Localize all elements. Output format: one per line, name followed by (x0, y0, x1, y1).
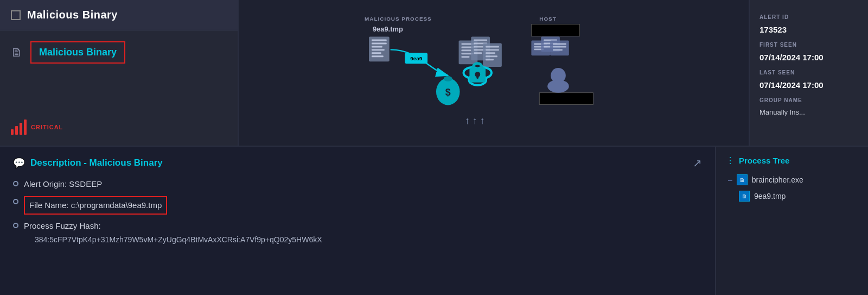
file-name-item: File Name: c:\programdata\9ea9.tmp (13, 196, 702, 215)
svg-rect-23 (474, 52, 482, 54)
svg-rect-45 (541, 37, 560, 52)
svg-rect-17 (462, 56, 470, 58)
process-tree-panel: ⋮ Process Tree – 🗎 braincipher.exe 🗎 9ea… (716, 147, 868, 295)
description-title-row: 💬 Description - Malicious Binary (13, 157, 163, 169)
top-section: Malicious Binary 🗎 Malicious Binary CRIT… (0, 0, 868, 147)
tree-item-9ea9[interactable]: 🗎 9ea9.tmp (739, 191, 858, 202)
svg-rect-22 (474, 49, 486, 51)
svg-rect-27 (486, 52, 495, 54)
fuzzy-hash-item: Process Fuzzy Hash: 384:5cFP7VtpK4p+31Mz… (13, 220, 702, 246)
svg-rect-52 (553, 49, 563, 51)
svg-point-56 (547, 80, 569, 93)
group-name-value: Manually Ins... (760, 108, 858, 116)
svg-rect-13 (462, 43, 475, 45)
svg-point-32 (469, 74, 486, 85)
first-seen-label: FIRST SEEN (760, 42, 858, 48)
tree-icon: ⋮ (726, 155, 735, 166)
center-visualization-panel: MALICIOUS PROCESS 9ea9.tmp 9ea9 (239, 0, 749, 146)
bullet-1 (13, 181, 18, 186)
svg-text:$: $ (445, 87, 451, 98)
svg-rect-28 (486, 55, 497, 57)
left-panel-body: 🗎 Malicious Binary CRITICAL (0, 30, 238, 146)
svg-rect-25 (486, 46, 499, 47)
svg-rect-14 (462, 46, 475, 48)
chat-icon: 💬 (13, 157, 25, 169)
critical-bars-icon (11, 120, 27, 135)
9ea9-label: 9ea9.tmp (754, 192, 786, 200)
last-seen-value: 07/14/2024 17:00 (760, 80, 858, 90)
fuzzy-hash-container: Process Fuzzy Hash: 384:5cFP7VtpK4p+31Mz… (24, 220, 322, 246)
alert-origin-item: Alert Origin: SSDEEP (13, 178, 702, 191)
bar-2 (15, 126, 18, 135)
document-icon: 🗎 (11, 46, 23, 60)
alert-item-label[interactable]: Malicious Binary (30, 41, 125, 64)
svg-rect-29 (486, 59, 494, 60)
svg-text:9ea9.tmp: 9ea9.tmp (373, 25, 403, 33)
tree-dash: – (728, 175, 732, 184)
bullet-3 (13, 223, 18, 228)
svg-point-55 (551, 68, 566, 83)
expand-icon[interactable]: ↗ (693, 156, 702, 170)
tree-item-braincipher[interactable]: – 🗎 braincipher.exe (726, 174, 858, 185)
bar-1 (11, 129, 14, 135)
svg-rect-51 (553, 46, 566, 47)
svg-rect-12 (459, 41, 478, 65)
first-seen-value: 07/14/2024 17:00 (760, 53, 858, 62)
braincipher-label: braincipher.exe (752, 175, 803, 184)
right-meta-panel: ALERT ID 173523 FIRST SEEN 07/14/2024 17… (749, 0, 868, 146)
svg-rect-54 (539, 93, 593, 105)
svg-point-38 (444, 76, 452, 81)
visualization-svg: MALICIOUS PROCESS 9ea9.tmp 9ea9 (353, 11, 635, 135)
bar-4 (24, 120, 27, 135)
svg-rect-47 (544, 42, 557, 44)
description-header: 💬 Description - Malicious Binary ↗ (13, 156, 702, 170)
svg-rect-19 (474, 40, 487, 41)
left-panel-header: Malicious Binary (0, 0, 238, 30)
svg-rect-20 (474, 42, 487, 44)
svg-rect-7 (372, 52, 381, 54)
svg-text:USER: USER (550, 84, 567, 90)
svg-point-30 (463, 67, 481, 78)
svg-rect-6 (372, 49, 385, 51)
svg-rect-26 (486, 49, 499, 51)
svg-rect-46 (544, 40, 557, 41)
alert-id-value: 173523 (760, 25, 858, 34)
description-body: Alert Origin: SSDEEP File Name: c:\progr… (13, 178, 702, 246)
svg-rect-49 (550, 41, 569, 56)
svg-rect-8 (372, 55, 384, 57)
svg-rect-9 (405, 53, 427, 64)
svg-rect-35 (476, 74, 478, 79)
alert-checkbox[interactable] (11, 10, 21, 20)
process-tree-header: ⋮ Process Tree (726, 155, 858, 166)
svg-rect-48 (544, 46, 553, 47)
group-name-label: GROUP NAME (760, 97, 858, 103)
file-name-text: File Name: c:\programdata\9ea9.tmp (24, 196, 167, 215)
last-seen-label: LAST SEEN (760, 70, 858, 76)
9ea9-file-icon: 🗎 (739, 191, 750, 202)
left-panel-title: Malicious Binary (27, 9, 118, 21)
svg-rect-15 (462, 49, 471, 51)
svg-rect-50 (553, 43, 566, 45)
visualization-area: MALICIOUS PROCESS 9ea9.tmp 9ea9 (353, 11, 635, 135)
svg-rect-3 (372, 40, 387, 41)
svg-rect-4 (372, 42, 387, 44)
alert-id-label: ALERT ID (760, 14, 858, 20)
left-panel: Malicious Binary 🗎 Malicious Binary CRIT… (0, 0, 239, 146)
critical-label: CRITICAL (31, 124, 63, 130)
bar-3 (20, 123, 22, 135)
description-panel: 💬 Description - Malicious Binary ↗ Alert… (0, 147, 716, 295)
fuzzy-hash-label: Process Fuzzy Hash: (24, 221, 101, 230)
svg-rect-2 (369, 37, 390, 62)
svg-rect-21 (474, 46, 483, 47)
critical-row: CRITICAL (11, 114, 227, 135)
svg-rect-33 (469, 67, 486, 83)
svg-rect-24 (483, 43, 502, 67)
bullet-2 (13, 199, 18, 204)
svg-point-36 (436, 78, 460, 105)
description-title: Description - Malicious Binary (30, 158, 163, 168)
svg-point-34 (475, 72, 480, 77)
svg-text:9ea9: 9ea9 (410, 55, 423, 61)
svg-text:MALICIOUS PROCESS: MALICIOUS PROCESS (365, 16, 432, 22)
fuzzy-hash-value: 384:5cFP7VtpK4p+31Mzh79W5vM+ZyUgGq4BtMvA… (24, 234, 322, 246)
alert-origin-text: Alert Origin: SSDEEP (24, 178, 102, 191)
